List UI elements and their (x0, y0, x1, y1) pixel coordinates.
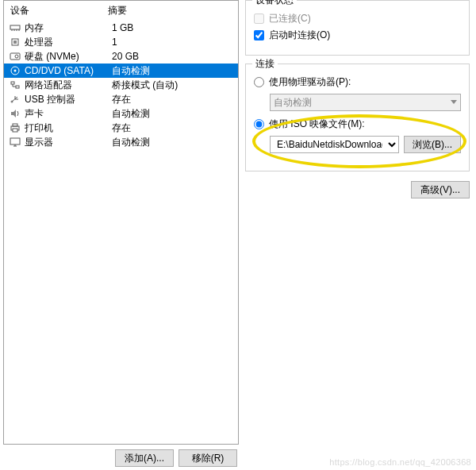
use-physical-label: 使用物理驱动器(P): (269, 75, 351, 89)
device-row[interactable]: 内存1 GB (4, 21, 238, 35)
device-summary: 自动检测 (112, 136, 233, 149)
device-row[interactable]: CD/DVD (SATA)自动检测 (4, 64, 238, 78)
device-name: 处理器 (25, 36, 112, 49)
device-row[interactable]: 显示器自动检测 (4, 135, 238, 149)
device-status-legend: 设备状态 (252, 0, 297, 7)
connect-on-start-row[interactable]: 启动时连接(O) (254, 29, 461, 42)
device-summary: 存在 (112, 93, 233, 106)
device-row[interactable]: USB 控制器存在 (4, 92, 238, 106)
device-summary: 自动检测 (112, 64, 233, 78)
chevron-down-icon (451, 100, 457, 104)
cpu-icon (9, 37, 21, 48)
header-device: 设备 (9, 4, 108, 17)
device-name: 显示器 (25, 136, 112, 149)
device-name: USB 控制器 (25, 93, 112, 106)
device-row[interactable]: 打印机存在 (4, 121, 238, 135)
device-summary: 存在 (112, 121, 233, 135)
physical-drive-value: 自动检测 (274, 96, 312, 110)
device-name: CD/DVD (SATA) (25, 65, 112, 76)
svg-point-8 (15, 55, 18, 58)
connect-on-start-checkbox[interactable] (254, 30, 264, 40)
use-iso-label: 使用 ISO 映像文件(M): (269, 118, 365, 131)
right-column: 设备状态 已连接(C) 启动时连接(O) 连接 使用物理驱动器(P): 自动检测 (242, 0, 476, 470)
display-icon (9, 137, 21, 148)
device-row[interactable]: 网络适配器桥接模式 (自动) (4, 78, 238, 92)
printer-icon (9, 122, 21, 133)
connect-on-start-label: 启动时连接(O) (269, 29, 330, 42)
advanced-button[interactable]: 高级(V)... (411, 181, 470, 198)
use-physical-radio[interactable] (254, 77, 264, 87)
physical-drive-select: 自动检测 (270, 94, 461, 111)
svg-rect-12 (16, 86, 19, 88)
device-name: 内存 (25, 21, 112, 35)
use-iso-radio-row[interactable]: 使用 ISO 映像文件(M): (254, 118, 461, 131)
svg-rect-11 (11, 82, 14, 84)
disk-icon (9, 51, 21, 62)
add-device-button[interactable]: 添加(A)... (115, 449, 174, 467)
svg-rect-6 (13, 40, 17, 44)
svg-rect-17 (10, 138, 20, 144)
connection-legend: 连接 (252, 57, 278, 71)
device-status-group: 设备状态 已连接(C) 启动时连接(O) (245, 0, 470, 56)
iso-path-combo[interactable]: E:\BaiduNetdiskDownload\rhel- (270, 136, 399, 153)
browse-button[interactable]: 浏览(B)... (404, 136, 461, 153)
device-summary: 1 GB (112, 22, 233, 33)
connected-checkbox-row: 已连接(C) (254, 12, 461, 25)
connected-label: 已连接(C) (269, 12, 311, 25)
cd-icon (9, 65, 21, 76)
usb-icon (9, 94, 21, 105)
use-iso-radio[interactable] (254, 119, 264, 129)
device-row[interactable]: 处理器1 (4, 35, 238, 49)
device-name: 打印机 (25, 121, 112, 135)
svg-rect-16 (13, 129, 17, 132)
remove-device-button[interactable]: 移除(R) (178, 449, 237, 467)
sound-icon (9, 108, 21, 119)
device-summary: 1 (112, 37, 233, 48)
svg-rect-15 (13, 124, 17, 126)
device-summary: 自动检测 (112, 107, 233, 121)
device-row[interactable]: 硬盘 (NVMe)20 GB (4, 49, 238, 64)
device-rows: 内存1 GB处理器1硬盘 (NVMe)20 GBCD/DVD (SATA)自动检… (4, 21, 238, 444)
left-column: 设备 摘要 内存1 GB处理器1硬盘 (NVMe)20 GBCD/DVD (SA… (0, 0, 242, 470)
device-list-panel: 设备 摘要 内存1 GB处理器1硬盘 (NVMe)20 GBCD/DVD (SA… (3, 0, 239, 445)
device-name: 网络适配器 (25, 79, 112, 92)
network-icon (9, 79, 21, 91)
device-summary: 桥接模式 (自动) (112, 79, 233, 92)
device-row[interactable]: 声卡自动检测 (4, 106, 238, 121)
connection-group: 连接 使用物理驱动器(P): 自动检测 使用 ISO 映像文件(M): E:\B… (245, 64, 470, 171)
svg-point-10 (14, 70, 17, 72)
device-list-header: 设备 摘要 (4, 1, 238, 21)
device-name: 硬盘 (NVMe) (25, 50, 112, 64)
header-summary: 摘要 (108, 4, 233, 17)
left-button-bar: 添加(A)... 移除(R) (3, 445, 239, 467)
connected-checkbox (254, 13, 264, 24)
use-physical-radio-row[interactable]: 使用物理驱动器(P): (254, 75, 461, 89)
device-name: 声卡 (25, 107, 112, 121)
svg-rect-0 (10, 25, 20, 29)
memory-icon (9, 22, 21, 33)
device-summary: 20 GB (112, 51, 233, 62)
